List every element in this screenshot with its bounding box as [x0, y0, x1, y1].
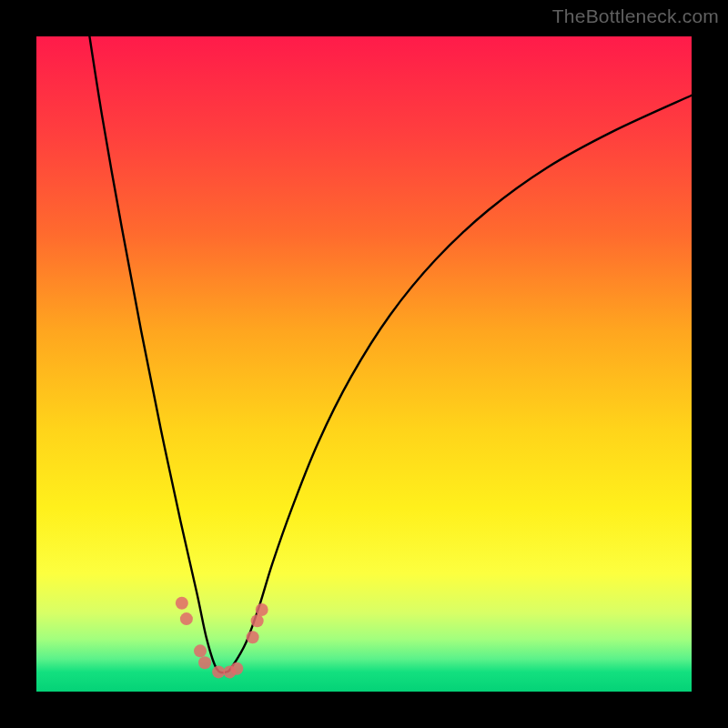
chart-frame: TheBottleneck.com [0, 0, 728, 728]
bottleneck-curve-svg [36, 36, 692, 692]
trough-marker [180, 612, 193, 625]
trough-marker [230, 662, 243, 675]
trough-marker [256, 603, 268, 616]
trough-marker [247, 631, 259, 643]
trough-markers [176, 597, 268, 679]
plot-area [36, 36, 692, 692]
trough-marker [176, 597, 188, 610]
trough-marker [212, 665, 225, 678]
trough-marker [198, 656, 211, 669]
bottleneck-curve [86, 36, 692, 672]
trough-marker [251, 614, 264, 627]
trough-marker [194, 644, 207, 657]
watermark-text: TheBottleneck.com [552, 5, 719, 27]
